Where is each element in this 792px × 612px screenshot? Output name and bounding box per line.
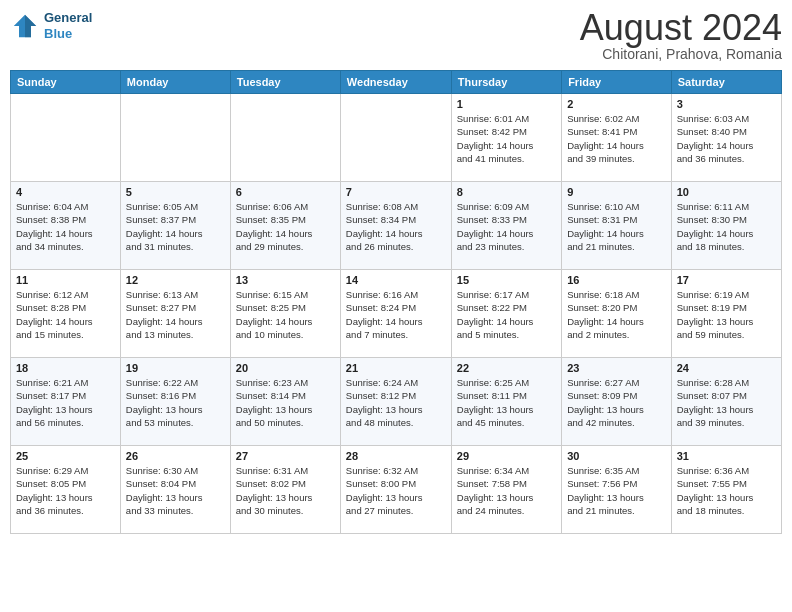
calendar-cell: 20Sunrise: 6:23 AM Sunset: 8:14 PM Dayli… (230, 358, 340, 446)
day-number: 4 (16, 186, 115, 198)
day-info: Sunrise: 6:27 AM Sunset: 8:09 PM Dayligh… (567, 376, 666, 429)
day-info: Sunrise: 6:30 AM Sunset: 8:04 PM Dayligh… (126, 464, 225, 517)
day-number: 21 (346, 362, 446, 374)
day-info: Sunrise: 6:28 AM Sunset: 8:07 PM Dayligh… (677, 376, 776, 429)
logo-general: General (44, 10, 92, 25)
calendar-cell: 30Sunrise: 6:35 AM Sunset: 7:56 PM Dayli… (562, 446, 672, 534)
calendar-cell: 12Sunrise: 6:13 AM Sunset: 8:27 PM Dayli… (120, 270, 230, 358)
calendar-cell: 15Sunrise: 6:17 AM Sunset: 8:22 PM Dayli… (451, 270, 561, 358)
day-number: 6 (236, 186, 335, 198)
day-number: 13 (236, 274, 335, 286)
day-info: Sunrise: 6:13 AM Sunset: 8:27 PM Dayligh… (126, 288, 225, 341)
day-number: 28 (346, 450, 446, 462)
day-info: Sunrise: 6:21 AM Sunset: 8:17 PM Dayligh… (16, 376, 115, 429)
day-number: 7 (346, 186, 446, 198)
day-number: 1 (457, 98, 556, 110)
day-number: 27 (236, 450, 335, 462)
day-number: 26 (126, 450, 225, 462)
calendar-cell: 26Sunrise: 6:30 AM Sunset: 8:04 PM Dayli… (120, 446, 230, 534)
day-info: Sunrise: 6:06 AM Sunset: 8:35 PM Dayligh… (236, 200, 335, 253)
calendar-week-4: 25Sunrise: 6:29 AM Sunset: 8:05 PM Dayli… (11, 446, 782, 534)
day-number: 20 (236, 362, 335, 374)
calendar-cell: 14Sunrise: 6:16 AM Sunset: 8:24 PM Dayli… (340, 270, 451, 358)
calendar-header-row: Sunday Monday Tuesday Wednesday Thursday… (11, 71, 782, 94)
calendar-cell: 23Sunrise: 6:27 AM Sunset: 8:09 PM Dayli… (562, 358, 672, 446)
col-friday: Friday (562, 71, 672, 94)
day-number: 11 (16, 274, 115, 286)
day-info: Sunrise: 6:25 AM Sunset: 8:11 PM Dayligh… (457, 376, 556, 429)
day-number: 12 (126, 274, 225, 286)
logo-text: General Blue (44, 10, 92, 41)
day-info: Sunrise: 6:34 AM Sunset: 7:58 PM Dayligh… (457, 464, 556, 517)
logo-icon (10, 11, 40, 41)
day-info: Sunrise: 6:10 AM Sunset: 8:31 PM Dayligh… (567, 200, 666, 253)
day-number: 24 (677, 362, 776, 374)
day-info: Sunrise: 6:15 AM Sunset: 8:25 PM Dayligh… (236, 288, 335, 341)
calendar-cell: 10Sunrise: 6:11 AM Sunset: 8:30 PM Dayli… (671, 182, 781, 270)
calendar-cell: 21Sunrise: 6:24 AM Sunset: 8:12 PM Dayli… (340, 358, 451, 446)
svg-marker-1 (25, 14, 36, 37)
title-section: August 2024 Chitorani, Prahova, Romania (580, 10, 782, 62)
calendar-week-2: 11Sunrise: 6:12 AM Sunset: 8:28 PM Dayli… (11, 270, 782, 358)
day-info: Sunrise: 6:08 AM Sunset: 8:34 PM Dayligh… (346, 200, 446, 253)
page-header: General Blue August 2024 Chitorani, Prah… (10, 10, 782, 62)
col-saturday: Saturday (671, 71, 781, 94)
calendar-cell: 24Sunrise: 6:28 AM Sunset: 8:07 PM Dayli… (671, 358, 781, 446)
day-number: 22 (457, 362, 556, 374)
day-info: Sunrise: 6:02 AM Sunset: 8:41 PM Dayligh… (567, 112, 666, 165)
day-number: 30 (567, 450, 666, 462)
day-info: Sunrise: 6:11 AM Sunset: 8:30 PM Dayligh… (677, 200, 776, 253)
calendar-cell: 16Sunrise: 6:18 AM Sunset: 8:20 PM Dayli… (562, 270, 672, 358)
day-number: 25 (16, 450, 115, 462)
calendar-cell: 7Sunrise: 6:08 AM Sunset: 8:34 PM Daylig… (340, 182, 451, 270)
day-info: Sunrise: 6:35 AM Sunset: 7:56 PM Dayligh… (567, 464, 666, 517)
day-number: 19 (126, 362, 225, 374)
day-number: 17 (677, 274, 776, 286)
day-info: Sunrise: 6:04 AM Sunset: 8:38 PM Dayligh… (16, 200, 115, 253)
day-number: 29 (457, 450, 556, 462)
day-number: 14 (346, 274, 446, 286)
calendar-cell (11, 94, 121, 182)
calendar-week-0: 1Sunrise: 6:01 AM Sunset: 8:42 PM Daylig… (11, 94, 782, 182)
logo: General Blue (10, 10, 92, 41)
day-number: 9 (567, 186, 666, 198)
calendar-cell: 9Sunrise: 6:10 AM Sunset: 8:31 PM Daylig… (562, 182, 672, 270)
day-number: 15 (457, 274, 556, 286)
day-info: Sunrise: 6:12 AM Sunset: 8:28 PM Dayligh… (16, 288, 115, 341)
calendar-cell: 3Sunrise: 6:03 AM Sunset: 8:40 PM Daylig… (671, 94, 781, 182)
calendar-cell: 25Sunrise: 6:29 AM Sunset: 8:05 PM Dayli… (11, 446, 121, 534)
day-info: Sunrise: 6:23 AM Sunset: 8:14 PM Dayligh… (236, 376, 335, 429)
day-info: Sunrise: 6:18 AM Sunset: 8:20 PM Dayligh… (567, 288, 666, 341)
day-number: 8 (457, 186, 556, 198)
day-number: 31 (677, 450, 776, 462)
calendar-cell (340, 94, 451, 182)
calendar-cell: 1Sunrise: 6:01 AM Sunset: 8:42 PM Daylig… (451, 94, 561, 182)
calendar-cell: 29Sunrise: 6:34 AM Sunset: 7:58 PM Dayli… (451, 446, 561, 534)
day-number: 23 (567, 362, 666, 374)
calendar-cell: 6Sunrise: 6:06 AM Sunset: 8:35 PM Daylig… (230, 182, 340, 270)
calendar-cell: 13Sunrise: 6:15 AM Sunset: 8:25 PM Dayli… (230, 270, 340, 358)
calendar-cell: 17Sunrise: 6:19 AM Sunset: 8:19 PM Dayli… (671, 270, 781, 358)
col-sunday: Sunday (11, 71, 121, 94)
day-info: Sunrise: 6:17 AM Sunset: 8:22 PM Dayligh… (457, 288, 556, 341)
day-info: Sunrise: 6:19 AM Sunset: 8:19 PM Dayligh… (677, 288, 776, 341)
day-info: Sunrise: 6:05 AM Sunset: 8:37 PM Dayligh… (126, 200, 225, 253)
day-number: 10 (677, 186, 776, 198)
day-info: Sunrise: 6:22 AM Sunset: 8:16 PM Dayligh… (126, 376, 225, 429)
day-info: Sunrise: 6:36 AM Sunset: 7:55 PM Dayligh… (677, 464, 776, 517)
day-number: 18 (16, 362, 115, 374)
calendar-cell: 4Sunrise: 6:04 AM Sunset: 8:38 PM Daylig… (11, 182, 121, 270)
calendar-cell: 19Sunrise: 6:22 AM Sunset: 8:16 PM Dayli… (120, 358, 230, 446)
col-monday: Monday (120, 71, 230, 94)
calendar-cell: 28Sunrise: 6:32 AM Sunset: 8:00 PM Dayli… (340, 446, 451, 534)
calendar-week-1: 4Sunrise: 6:04 AM Sunset: 8:38 PM Daylig… (11, 182, 782, 270)
day-number: 16 (567, 274, 666, 286)
page-container: General Blue August 2024 Chitorani, Prah… (0, 0, 792, 612)
col-thursday: Thursday (451, 71, 561, 94)
calendar-cell: 11Sunrise: 6:12 AM Sunset: 8:28 PM Dayli… (11, 270, 121, 358)
calendar-cell (120, 94, 230, 182)
calendar-cell: 31Sunrise: 6:36 AM Sunset: 7:55 PM Dayli… (671, 446, 781, 534)
calendar-cell: 8Sunrise: 6:09 AM Sunset: 8:33 PM Daylig… (451, 182, 561, 270)
calendar-cell: 2Sunrise: 6:02 AM Sunset: 8:41 PM Daylig… (562, 94, 672, 182)
col-tuesday: Tuesday (230, 71, 340, 94)
